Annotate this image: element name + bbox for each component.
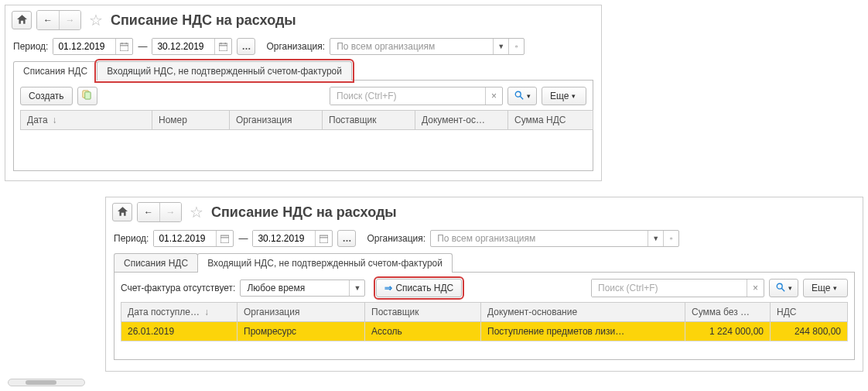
writeoff-vat-label: Списать НДС bbox=[395, 283, 453, 293]
search-input[interactable] bbox=[330, 87, 485, 105]
svg-line-11 bbox=[520, 96, 523, 99]
nav-back-button[interactable]: ← bbox=[37, 11, 59, 29]
col-supplier[interactable]: Поставщик bbox=[323, 111, 415, 130]
tab-spisania[interactable]: Списания НДС bbox=[114, 253, 198, 273]
nav-back-button[interactable]: ← bbox=[138, 203, 159, 221]
date-to-input[interactable] bbox=[152, 39, 214, 54]
open-dialog-icon[interactable]: ▫ bbox=[663, 231, 678, 246]
search-input[interactable] bbox=[592, 280, 747, 297]
col-vat[interactable]: Сумма НДС bbox=[508, 111, 593, 130]
copy-icon bbox=[82, 90, 92, 102]
date-to-field[interactable] bbox=[152, 38, 232, 55]
incoming-vat-table: Дата поступле… Организация Поставщик Док… bbox=[121, 302, 848, 341]
more-button[interactable]: Еще ▾ bbox=[803, 279, 848, 297]
invoice-missing-label: Счет-фактура отсутствует: bbox=[121, 283, 235, 293]
documents-table: Дата Номер Организация Поставщик Докумен… bbox=[20, 110, 593, 130]
cell-docbase: Поступление предметов лизи… bbox=[481, 322, 685, 341]
col-date[interactable]: Дата bbox=[21, 111, 152, 130]
svg-rect-0 bbox=[120, 43, 128, 51]
cell-org: Промресурс bbox=[238, 322, 365, 341]
svg-point-16 bbox=[777, 283, 782, 289]
home-icon bbox=[118, 207, 128, 218]
page-title: Списание НДС на расходы bbox=[211, 204, 397, 221]
home-icon bbox=[17, 15, 27, 26]
invoice-missing-select[interactable]: Любое время ▼ bbox=[240, 280, 365, 297]
copy-button[interactable] bbox=[77, 87, 97, 105]
scrollbar-thumb[interactable] bbox=[26, 380, 56, 385]
date-to-field[interactable] bbox=[252, 230, 333, 247]
chevron-down-icon: ▾ bbox=[788, 284, 792, 292]
tab-spisania[interactable]: Списания НДС bbox=[13, 61, 97, 81]
chevron-down-icon: ▾ bbox=[833, 284, 837, 292]
clear-search-icon[interactable]: × bbox=[747, 280, 764, 297]
open-dialog-icon[interactable]: ▫ bbox=[508, 39, 524, 54]
cell-vat: 244 800,00 bbox=[771, 322, 848, 341]
arrow-left-icon: ← bbox=[144, 207, 153, 218]
favorite-star-icon[interactable]: ☆ bbox=[89, 11, 103, 29]
ellipsis-icon: … bbox=[241, 41, 251, 52]
org-select-placeholder: По всем организациям bbox=[330, 39, 493, 54]
search-field[interactable]: × bbox=[591, 279, 764, 297]
tab-incoming-vat[interactable]: Входящий НДС, не подтвержденный счетом-ф… bbox=[97, 61, 352, 81]
ellipsis-icon: … bbox=[342, 233, 351, 244]
horizontal-scrollbar[interactable] bbox=[8, 379, 85, 386]
col-org[interactable]: Организация bbox=[230, 111, 323, 130]
col-date-received[interactable]: Дата поступле… bbox=[121, 303, 238, 322]
search-field[interactable]: × bbox=[330, 87, 503, 105]
svg-rect-9 bbox=[85, 92, 91, 99]
more-button[interactable]: Еще ▾ bbox=[542, 87, 586, 105]
period-separator: — bbox=[138, 41, 147, 52]
dropdown-icon[interactable]: ▼ bbox=[493, 39, 508, 54]
svg-rect-14 bbox=[320, 235, 328, 243]
org-select-placeholder: По всем организациям bbox=[431, 231, 648, 246]
cell-date: 26.01.2019 bbox=[121, 322, 238, 341]
chevron-down-icon: ▾ bbox=[527, 92, 531, 100]
invoice-missing-value: Любое время bbox=[241, 280, 349, 296]
find-button[interactable]: ▾ bbox=[507, 87, 537, 105]
favorite-star-icon[interactable]: ☆ bbox=[190, 203, 203, 221]
period-label: Период: bbox=[114, 233, 149, 244]
writeoff-vat-button[interactable]: ⇒ Списать НДС bbox=[376, 279, 462, 297]
calendar-icon[interactable] bbox=[214, 39, 231, 54]
org-select[interactable]: По всем организациям ▼ ▫ bbox=[330, 38, 525, 55]
dropdown-icon[interactable]: ▼ bbox=[349, 280, 364, 296]
search-icon bbox=[776, 283, 785, 294]
date-from-input[interactable] bbox=[53, 39, 115, 54]
arrow-right-icon: ⇒ bbox=[384, 283, 392, 293]
col-docbase[interactable]: Документ-ос… bbox=[415, 111, 508, 130]
period-picker-button[interactable]: … bbox=[237, 38, 255, 55]
clear-search-icon[interactable]: × bbox=[485, 87, 502, 105]
arrow-left-icon: ← bbox=[43, 15, 53, 26]
calendar-icon[interactable] bbox=[115, 39, 132, 54]
tab-incoming-vat[interactable]: Входящий НДС, не подтвержденный счетом-ф… bbox=[197, 253, 453, 273]
nav-buttons: ← → bbox=[137, 202, 182, 222]
calendar-icon[interactable] bbox=[216, 231, 233, 246]
date-from-field[interactable] bbox=[153, 230, 234, 247]
period-picker-button[interactable]: … bbox=[337, 230, 356, 247]
cell-supplier: Ассоль bbox=[365, 322, 481, 341]
date-to-input[interactable] bbox=[253, 231, 315, 246]
org-select[interactable]: По всем организациям ▼ ▫ bbox=[430, 230, 679, 247]
calendar-icon[interactable] bbox=[315, 231, 332, 246]
col-org[interactable]: Организация bbox=[238, 303, 365, 322]
arrow-right-icon: → bbox=[66, 15, 75, 26]
home-button[interactable] bbox=[112, 203, 132, 221]
date-from-field[interactable] bbox=[53, 38, 133, 55]
dropdown-icon[interactable]: ▼ bbox=[648, 231, 663, 246]
svg-rect-12 bbox=[220, 235, 229, 243]
find-button[interactable]: ▾ bbox=[769, 279, 798, 297]
period-label: Период: bbox=[13, 41, 48, 52]
home-button[interactable] bbox=[12, 11, 32, 29]
col-supplier[interactable]: Поставщик bbox=[365, 303, 481, 322]
nav-forward-button: → bbox=[159, 203, 181, 221]
table-row[interactable]: 26.01.2019 Промресурс Ассоль Поступление… bbox=[121, 322, 848, 341]
svg-point-10 bbox=[515, 91, 521, 97]
col-number[interactable]: Номер bbox=[152, 111, 230, 130]
svg-rect-4 bbox=[219, 43, 227, 51]
col-docbase[interactable]: Документ-основание bbox=[481, 303, 685, 322]
create-button[interactable]: Создать bbox=[20, 87, 73, 105]
create-button-label: Создать bbox=[29, 91, 64, 101]
col-sum-no-vat[interactable]: Сумма без … bbox=[685, 303, 771, 322]
col-vat[interactable]: НДС bbox=[771, 303, 848, 322]
date-from-input[interactable] bbox=[154, 231, 216, 246]
